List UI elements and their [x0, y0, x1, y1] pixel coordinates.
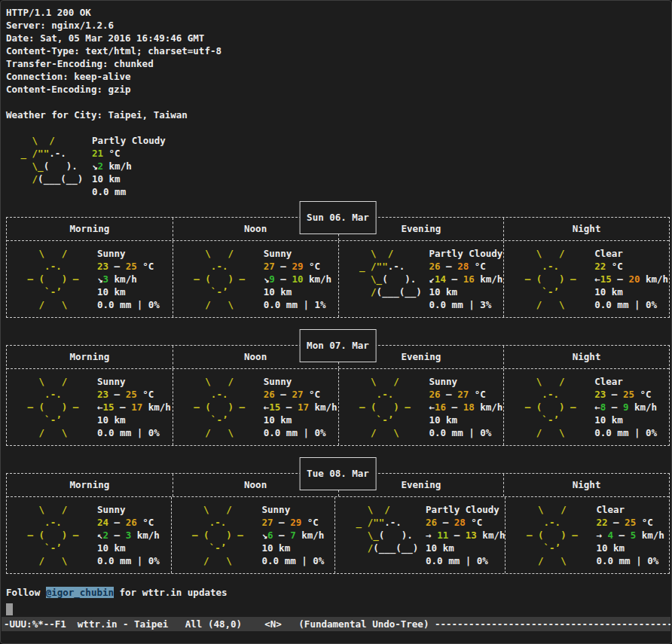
reading-line: Partly Cloudy	[92, 134, 166, 147]
reading-line: 0.0 mm | 0%	[426, 554, 505, 567]
period-header-morning: Morning	[7, 218, 173, 240]
period-body-row: \ / .-. ― ( ) ― `-’ / \ Sunny24 – 26 °C↖…	[7, 497, 669, 573]
reading-line: Partly Cloudy	[426, 503, 505, 516]
reading-line: 22 – 25 °C	[596, 516, 664, 529]
reading-line: 0.0 mm | 0%	[97, 554, 160, 567]
date-tab: Tue 08. Mar	[299, 457, 377, 490]
cell-readings: Sunny26 – 27 °C←15 – 17 km/h10 km0.0 mm …	[264, 375, 338, 439]
forecast-cell: \ / _ /"".-. \_( ). /(___(__) Partly Clo…	[334, 497, 505, 573]
terminal-cursor[interactable]	[6, 603, 13, 615]
forecast-cell: \ / _ /"".-. \_( ). /(___(__) Partly Clo…	[338, 241, 504, 317]
sunny-icon: \ / .-. ― ( ) ― `-’ / \	[22, 247, 91, 311]
reading-line: → 4 – 5 km/h	[596, 529, 664, 542]
reading-line: 0.0 mm | 0%	[429, 426, 503, 439]
reading-line: Sunny	[97, 503, 160, 516]
period-header-night: Night	[503, 474, 669, 496]
reading-line: ↘9 – 10 km/h	[264, 273, 331, 285]
reading-line: Sunny	[97, 375, 171, 388]
reading-line: 21 °C	[92, 147, 166, 160]
reading-line: 27 – 29 °C	[262, 516, 325, 529]
partly-cloudy-icon: \ / _ /"".-. \_( ). /(___(__)	[15, 134, 84, 198]
forecast-cell: \ / .-. ― ( ) ― `-’ / \ Sunny23 – 25 °C←…	[7, 369, 173, 445]
reading-line: 10 km	[426, 542, 505, 554]
reading-line: 0.0 mm | 0%	[264, 426, 338, 439]
sunny-icon: \ / .-. ― ( ) ― `-’ / \	[354, 375, 423, 439]
cell-readings: Clear22 °C←15 – 20 km/h10 km0.0 mm | 0%	[594, 247, 668, 311]
cell-readings: Sunny23 – 25 °C←15 – 17 km/h10 km0.0 mm …	[97, 375, 171, 439]
reading-line: 0.0 mm | 0%	[97, 298, 160, 311]
terminal-window: HTTP/1.1 200 OK Server: nginx/1.2.6 Date…	[0, 0, 672, 644]
sunny-icon: \ / .-. ― ( ) ― `-’ / \	[519, 375, 588, 439]
day-section: Sun 06. Mar MorningNoonEveningNight \ / …	[6, 217, 670, 318]
period-header-night: Night	[503, 218, 669, 240]
reading-line: 0.0 mm	[92, 185, 166, 198]
reading-line: 10 km	[264, 414, 338, 426]
forecast-cell: \ / .-. ― ( ) ― `-’ / \ Clear23 – 25 °C←…	[503, 369, 669, 445]
period-header-morning: Morning	[7, 474, 173, 496]
forecast-days: Sun 06. Mar MorningNoonEveningNight \ / …	[6, 217, 671, 574]
reading-line: Sunny	[97, 247, 160, 260]
reading-line: Sunny	[264, 375, 338, 388]
day-section: Tue 08. Mar MorningNoonEveningNight \ / …	[6, 473, 670, 574]
forecast-cell: \ / .-. ― ( ) ― `-’ / \ Sunny26 – 27 °C←…	[338, 369, 504, 445]
emacs-modeline: -UUU:%*--F1 wttr.in - Taipei All (48,0) …	[2, 617, 670, 631]
reading-line: 10 km	[97, 542, 160, 554]
reading-line: 10 km	[429, 414, 503, 426]
reading-line: 0.0 mm | 0%	[262, 554, 325, 567]
cell-readings: Sunny27 – 29 °C↘9 – 10 km/h10 km0.0 mm |…	[264, 247, 331, 311]
period-header-night: Night	[503, 346, 669, 368]
reading-line: Partly Cloudy	[429, 247, 503, 260]
sunny-icon: \ / .-. ― ( ) ― `-’ / \	[22, 503, 91, 567]
reading-line: 26 – 27 °C	[429, 388, 503, 401]
reading-line: Sunny	[429, 375, 503, 388]
forecast-cell: \ / .-. ― ( ) ― `-’ / \ Sunny27 – 29 °C↘…	[171, 497, 335, 573]
reading-line: 27 – 29 °C	[264, 260, 331, 273]
reading-line: ↘6 – 7 km/h	[262, 529, 325, 542]
forecast-cell: \ / .-. ― ( ) ― `-’ / \ Clear22 – 25 °C→…	[505, 497, 669, 573]
date-tab-label: Mon 07. Mar	[307, 340, 369, 351]
reading-line: 23 – 25 °C	[97, 388, 171, 401]
reading-line: ↖2 – 3 km/h	[97, 529, 160, 542]
reading-line: ↙14 – 16 km/h	[429, 273, 503, 285]
cell-readings: Sunny27 – 29 °C↘6 – 7 km/h10 km0.0 mm | …	[262, 503, 325, 567]
reading-line: 10 km	[429, 285, 503, 298]
forecast-cell: \ / .-. ― ( ) ― `-’ / \ Sunny27 – 29 °C↘…	[173, 241, 338, 317]
twitter-handle-link[interactable]: @igor_chubin	[46, 587, 114, 598]
cell-readings: Sunny23 – 25 °C↘3 km/h10 km0.0 mm | 0%	[97, 247, 160, 311]
reading-line: 26 – 28 °C	[429, 260, 503, 273]
partly-cloudy-icon: \ / _ /"".-. \_( ). /(___(__)	[350, 503, 420, 567]
reading-line: Clear	[594, 375, 657, 388]
cursor-line	[6, 603, 671, 616]
follow-line: Follow @igor_chubin for wttr.in updates	[6, 586, 671, 599]
cell-readings: Partly Cloudy26 – 28 °C→ 11 – 13 km/h10 …	[426, 503, 505, 567]
reading-line: 10 km	[97, 414, 171, 426]
reading-line: Sunny	[262, 503, 325, 516]
reading-line: 23 – 25 °C	[97, 260, 160, 273]
reading-line: Clear	[596, 503, 664, 516]
reading-line: 10 km	[596, 542, 664, 554]
reading-line: 0.0 mm | 0%	[97, 426, 171, 439]
reading-line: → 11 – 13 km/h	[426, 529, 505, 542]
reading-line: 10 km	[594, 414, 657, 426]
cell-readings: Clear22 – 25 °C→ 4 – 5 km/h10 km0.0 mm |…	[596, 503, 664, 567]
reading-line: Sunny	[264, 247, 331, 260]
day-section: Mon 07. Mar MorningNoonEveningNight \ / …	[6, 345, 670, 446]
reading-line: 0.0 mm | 0%	[596, 554, 664, 567]
follow-prefix: Follow	[6, 587, 46, 598]
period-header-morning: Morning	[7, 346, 173, 368]
reading-line: ←16 – 18 km/h	[429, 401, 503, 414]
reading-line: 0.0 mm | 0%	[594, 298, 668, 311]
reading-line: 0.0 mm | 3%	[429, 298, 503, 311]
cell-readings: Sunny26 – 27 °C←16 – 18 km/h10 km0.0 mm …	[429, 375, 503, 439]
cell-readings: Sunny24 – 26 °C↖2 – 3 km/h10 km0.0 mm | …	[97, 503, 160, 567]
reading-line: ←15 – 20 km/h	[594, 273, 668, 285]
reading-line: 24 – 26 °C	[97, 516, 160, 529]
current-conditions: \ / _ /"".-. \_( ). /(___(__) Partly Clo…	[6, 134, 671, 198]
reading-line: 10 km	[594, 285, 668, 298]
cell-readings: Partly Cloudy26 – 28 °C↙14 – 16 km/h10 k…	[429, 247, 503, 311]
reading-line: 26 – 27 °C	[264, 388, 338, 401]
sunny-icon: \ / .-. ― ( ) ― `-’ / \	[521, 503, 590, 567]
reading-line: 0.0 mm | 0%	[594, 426, 657, 439]
cell-readings: Clear23 – 25 °C←8 – 9 km/h10 km0.0 mm | …	[594, 375, 657, 439]
partly-cloudy-icon: \ / _ /"".-. \_( ). /(___(__)	[354, 247, 423, 311]
